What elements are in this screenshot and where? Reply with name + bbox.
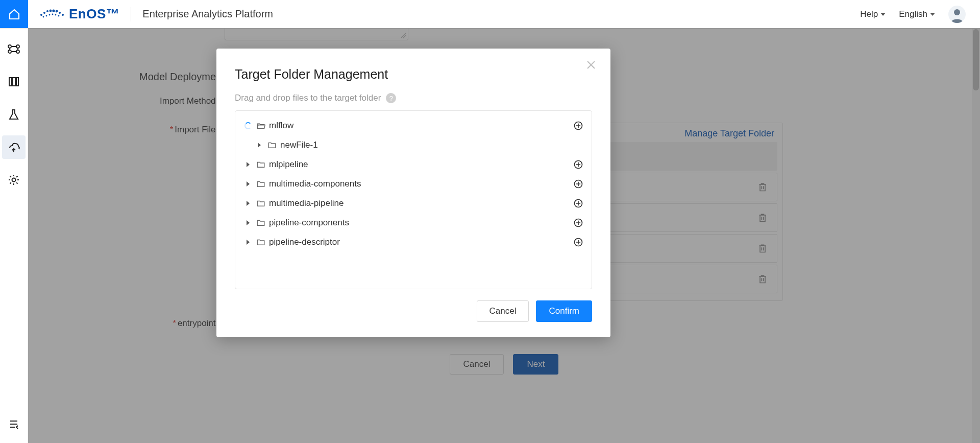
- tree-label: mlflow: [269, 121, 569, 131]
- language-menu[interactable]: English: [899, 9, 935, 19]
- modal-subtitle: Drag and drop files to the target folder…: [235, 93, 592, 103]
- caret-down-icon: [880, 13, 886, 16]
- topbar-right: Help English: [860, 6, 980, 23]
- close-icon: [586, 60, 596, 70]
- folder-icon: [255, 238, 267, 247]
- modal-close-button[interactable]: [586, 60, 598, 72]
- svg-point-13: [58, 15, 60, 16]
- help-label: Help: [860, 9, 878, 19]
- rail-item-3[interactable]: [2, 103, 26, 126]
- add-folder-button[interactable]: [569, 218, 587, 228]
- modal-confirm-button[interactable]: Confirm: [536, 300, 592, 322]
- svg-point-1: [43, 12, 45, 14]
- svg-point-8: [43, 16, 44, 17]
- home-button[interactable]: [0, 0, 28, 28]
- tree-row[interactable]: mlflow: [239, 116, 587, 135]
- deploy-icon: [8, 141, 20, 153]
- language-label: English: [899, 9, 927, 19]
- svg-point-6: [59, 12, 61, 14]
- tree-label: pipeline-descriptor: [269, 237, 569, 247]
- caret-right-icon[interactable]: [241, 181, 255, 186]
- tree-label: multimedia-components: [269, 179, 569, 189]
- modal-cancel-button[interactable]: Cancel: [477, 300, 529, 322]
- svg-point-17: [16, 45, 19, 48]
- tree-row[interactable]: multimedia-pipeline: [239, 194, 587, 213]
- modal-footer: Cancel Confirm: [235, 300, 592, 322]
- caret-right-icon[interactable]: [241, 201, 255, 206]
- caret-right-icon[interactable]: [241, 220, 255, 225]
- tree-row[interactable]: pipeline-descriptor: [239, 232, 587, 252]
- topbar: EnOS™ Enterprise Analytics Platform Help…: [0, 0, 980, 29]
- left-rail: [0, 28, 28, 443]
- add-folder-button[interactable]: [569, 179, 587, 189]
- svg-point-10: [49, 14, 51, 15]
- svg-point-7: [62, 14, 64, 16]
- brand: EnOS™: [28, 6, 119, 22]
- svg-point-5: [56, 10, 58, 12]
- svg-point-16: [8, 50, 11, 53]
- folder-open-icon: [255, 121, 267, 130]
- add-folder-button[interactable]: [569, 121, 587, 131]
- home-icon: [8, 8, 20, 20]
- add-folder-button[interactable]: [569, 237, 587, 247]
- target-folder-modal: Target Folder Management Drag and drop f…: [216, 49, 610, 337]
- svg-point-11: [52, 13, 54, 15]
- add-folder-button[interactable]: [569, 159, 587, 170]
- rail-collapse[interactable]: [2, 412, 26, 436]
- rail-item-4[interactable]: [2, 135, 26, 159]
- folder-icon: [255, 218, 267, 227]
- menu-collapse-icon: [8, 418, 20, 430]
- rail-item-1[interactable]: [2, 37, 26, 61]
- tree-label: pipeline-components: [269, 218, 569, 228]
- brand-divider: [131, 7, 131, 21]
- svg-rect-19: [9, 78, 12, 86]
- svg-point-22: [12, 178, 16, 182]
- svg-point-2: [46, 10, 48, 12]
- tree-label: mlpipeline: [269, 159, 569, 170]
- tree-row[interactable]: newFile-1: [239, 135, 587, 155]
- caret-right-icon[interactable]: [253, 143, 266, 148]
- network-icon: [7, 42, 20, 56]
- help-icon[interactable]: ?: [386, 93, 396, 103]
- folder-icon: [255, 199, 267, 208]
- caret-right-icon[interactable]: [241, 240, 255, 245]
- svg-rect-20: [13, 78, 15, 86]
- help-menu[interactable]: Help: [860, 9, 886, 19]
- folder-tree[interactable]: mlflownewFile-1mlpipelinemultimedia-comp…: [235, 110, 592, 289]
- user-avatar[interactable]: [948, 6, 966, 23]
- add-folder-button[interactable]: [569, 198, 587, 208]
- folder-icon: [266, 141, 278, 150]
- caret-right-icon[interactable]: [241, 162, 255, 167]
- gear-icon: [8, 174, 20, 186]
- svg-point-9: [46, 15, 47, 16]
- flask-icon: [8, 108, 20, 121]
- avatar-icon: [948, 6, 966, 23]
- columns-icon: [8, 76, 20, 88]
- svg-point-15: [8, 45, 11, 48]
- rail-item-5[interactable]: [2, 168, 26, 192]
- svg-point-3: [50, 9, 52, 12]
- folder-icon: [255, 160, 267, 169]
- tree-row[interactable]: multimedia-components: [239, 174, 587, 194]
- tree-label: newFile-1: [280, 140, 569, 150]
- tree-row[interactable]: pipeline-components: [239, 213, 587, 232]
- loading-icon: [241, 122, 255, 129]
- svg-point-0: [40, 14, 42, 16]
- tree-row[interactable]: mlpipeline: [239, 155, 587, 174]
- app-title: Enterprise Analytics Platform: [142, 8, 273, 20]
- caret-down-icon: [930, 13, 935, 16]
- rail-item-2[interactable]: [2, 70, 26, 94]
- svg-point-12: [55, 14, 57, 15]
- folder-icon: [255, 179, 267, 189]
- tree-label: multimedia-pipeline: [269, 198, 569, 208]
- svg-point-4: [52, 9, 55, 12]
- svg-point-18: [16, 50, 19, 53]
- modal-title: Target Folder Management: [235, 67, 592, 82]
- brand-text: EnOS™: [69, 6, 119, 22]
- svg-rect-21: [16, 78, 18, 86]
- svg-point-14: [954, 9, 960, 15]
- brand-logo-icon: [38, 8, 69, 21]
